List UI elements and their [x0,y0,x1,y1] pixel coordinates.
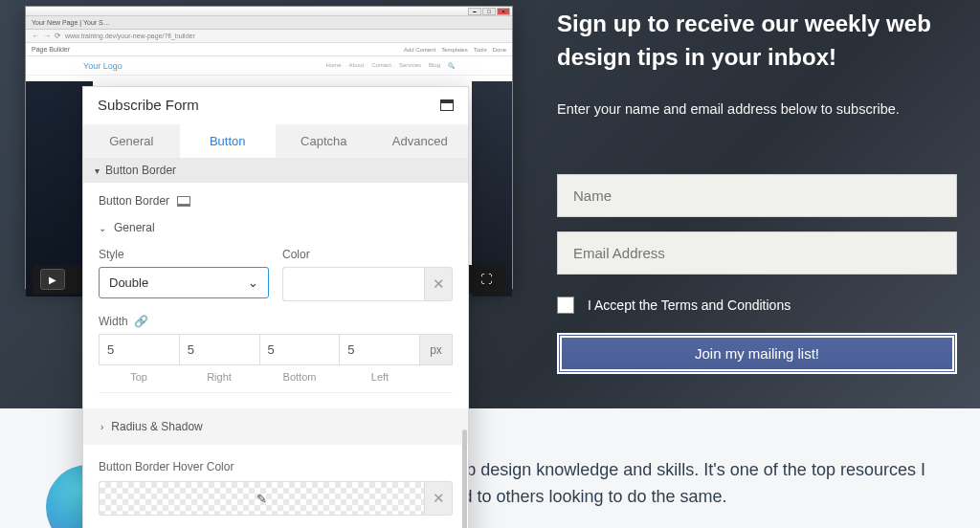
radius-shadow-section[interactable]: › Radius & Shadow [83,408,468,445]
site-logo: Your Logo [83,61,122,71]
join-button[interactable]: Join my mailing list! [557,333,957,374]
clear-hover-color-button[interactable]: ✕ [424,481,453,516]
reload-icon[interactable]: ⟳ [55,32,61,40]
nav-blog[interactable]: Blog [429,62,440,69]
consent-row: I Accept the Terms and Conditions [557,297,957,314]
tab-advanced[interactable]: Advanced [372,124,469,158]
panel-title: Subscribe Form [98,97,199,113]
email-field[interactable] [557,231,957,275]
side-right: Right [179,371,259,383]
marketing-heading: Sign up to receive our weekly web design… [557,8,957,75]
chevron-right-icon: › [100,422,103,432]
page-builder-bar: Page Builder Add Content Templates Tools… [26,43,512,56]
section-title: Button Border [105,164,176,177]
width-label: Width [99,315,128,328]
panel-body: Button Border ⌄ General Style Double ⌄ C… [83,183,468,527]
name-field[interactable] [557,174,957,217]
consent-label: I Accept the Terms and Conditions [588,297,791,313]
browser-url-bar: ← → ⟳ www.training.dev/your-new-page/?fl… [26,30,512,43]
fullscreen-icon[interactable]: ⛶ [475,270,498,289]
width-top-input[interactable] [99,334,180,365]
action-templates[interactable]: Templates [441,47,467,53]
settings-panel: Subscribe Form General Button Captcha Ad… [82,86,469,528]
action-tools[interactable]: Tools [474,47,487,53]
chevron-down-icon: ▾ [95,165,100,176]
section-button-border[interactable]: ▾ Button Border [83,158,468,183]
site-header: Your Logo Home About Contact Services Bl… [26,56,512,76]
tab-captcha[interactable]: Captcha [276,124,372,158]
browser-tab-row: Your New Page | Your S… [26,16,512,30]
panel-scrollbar[interactable] [462,429,467,528]
action-done[interactable]: Done [493,47,506,53]
nav-services[interactable]: Services [399,62,421,69]
back-icon[interactable]: ← [32,32,39,40]
maximize-button[interactable]: □ [482,8,496,15]
style-value: Double [109,275,148,290]
signup-form: I Accept the Terms and Conditions Join m… [557,174,957,374]
link-icon[interactable]: 🔗 [134,315,148,328]
width-bottom-input[interactable] [260,334,341,365]
chevron-down-icon: ⌄ [248,275,258,290]
marketing-subtext: Enter your name and email address below … [557,101,957,117]
consent-checkbox[interactable] [557,297,574,314]
panel-tabs: General Button Captcha Advanced [83,124,468,158]
hover-color-label: Button Border Hover Color [99,460,453,473]
hover-color-swatch[interactable]: ✎ [99,481,424,516]
page-builder-label: Page Builder [32,46,70,53]
radius-label: Radius & Shadow [111,420,202,433]
panel-header: Subscribe Form [83,87,468,124]
width-left-input[interactable] [340,334,420,365]
side-top: Top [99,371,179,383]
minimize-button[interactable]: ‒ [468,8,481,15]
eyedropper-icon[interactable]: ✎ [256,492,267,506]
popout-icon[interactable] [440,99,454,111]
sub-general-label: General [114,221,155,234]
border-label: Button Border [99,194,169,208]
close-button[interactable]: × [497,8,510,15]
width-right-input[interactable] [180,334,260,365]
color-label: Color [282,248,453,261]
nav-home[interactable]: Home [326,62,342,69]
search-icon[interactable]: 🔍 [448,62,455,69]
nav-about[interactable]: About [349,62,365,69]
color-swatch[interactable] [282,267,424,301]
tab-general[interactable]: General [83,124,180,158]
tab-button[interactable]: Button [180,124,277,158]
browser-tab[interactable]: Your New Page | Your S… [32,19,110,26]
side-left: Left [340,371,420,383]
play-button[interactable]: ▶ [40,269,65,290]
width-inputs: px [99,334,453,365]
marketing-column: Sign up to receive our weekly web design… [557,8,957,374]
style-select[interactable]: Double ⌄ [99,267,269,298]
clear-color-button[interactable]: ✕ [424,267,453,301]
desktop-icon[interactable] [177,196,190,207]
action-add-content[interactable]: Add Content [404,47,435,53]
sub-general-header[interactable]: ⌄ General [99,221,453,234]
unit-label: px [420,334,453,365]
nav-contact[interactable]: Contact [371,62,391,69]
border-label-row: Button Border [99,194,453,208]
chevron-down-icon: ⌄ [99,223,106,233]
style-label: Style [99,248,269,261]
browser-titlebar: ‒ □ × [26,7,512,16]
side-bottom: Bottom [259,371,340,383]
forward-icon[interactable]: → [43,32,51,40]
url-text[interactable]: www.training.dev/your-new-page/?fl_build… [65,33,195,39]
